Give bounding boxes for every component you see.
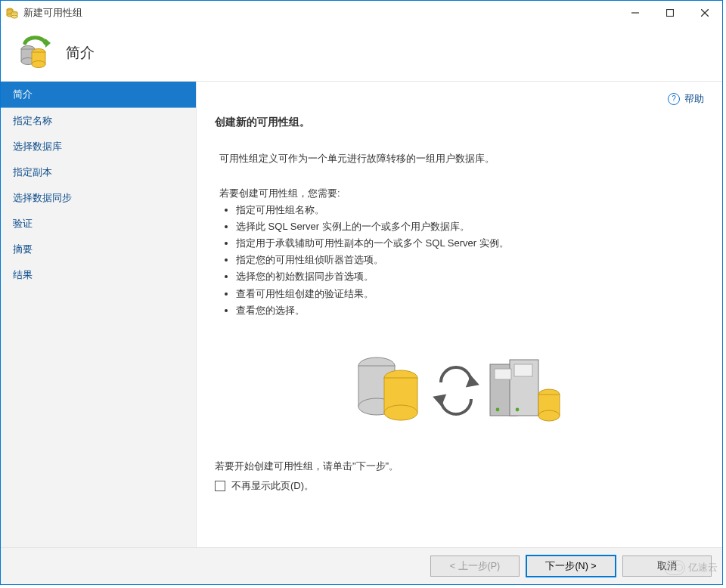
- body: 简介 指定名称 选择数据库 指定副本 选择数据同步 验证 摘要 结果 ? 帮助 …: [1, 82, 722, 547]
- window-controls: [618, 1, 722, 25]
- sidebar-item-validate[interactable]: 验证: [1, 211, 196, 237]
- sidebar-item-result[interactable]: 结果: [1, 262, 196, 288]
- help-link[interactable]: ? 帮助: [668, 92, 704, 106]
- sidebar-item-select-db[interactable]: 选择数据库: [1, 134, 196, 159]
- help-label: 帮助: [684, 92, 704, 106]
- svg-point-33: [538, 410, 560, 421]
- close-button[interactable]: [687, 1, 722, 25]
- svg-point-5: [11, 15, 17, 18]
- requirement-item: 指定用于承载辅助可用性副本的一个或多个 SQL Server 实例。: [236, 235, 704, 252]
- prev-button: < 上一步(P): [430, 556, 520, 577]
- requirement-item: 查看您的选择。: [236, 302, 704, 319]
- sidebar: 简介 指定名称 选择数据库 指定副本 选择数据同步 验证 摘要 结果: [1, 82, 197, 547]
- illustration: [339, 345, 581, 435]
- sidebar-item-specify-name[interactable]: 指定名称: [1, 108, 196, 134]
- page-heading: 简介: [66, 43, 95, 63]
- svg-marker-23: [468, 378, 476, 385]
- requirement-item: 选择您的初始数据同步首选项。: [236, 268, 704, 285]
- sidebar-item-data-sync[interactable]: 选择数据同步: [1, 185, 196, 211]
- header: 简介: [1, 25, 722, 82]
- dont-show-row: 不再显示此页(D)。: [215, 479, 704, 493]
- dont-show-checkbox[interactable]: [215, 481, 225, 491]
- help-icon: ?: [668, 93, 680, 105]
- requirement-item: 指定您的可用性组侦听器首选项。: [236, 252, 704, 268]
- svg-point-30: [515, 407, 519, 411]
- footer: < 上一步(P) 下一步(N) > 取消: [1, 547, 722, 584]
- requirement-item: 选择此 SQL Server 实例上的一个或多个用户数据库。: [236, 218, 704, 235]
- window-title: 新建可用性组: [23, 6, 82, 20]
- requirement-item: 指定可用性组名称。: [236, 202, 704, 218]
- svg-point-29: [495, 407, 499, 411]
- definition-text: 可用性组定义可作为一个单元进行故障转移的一组用户数据库。: [219, 150, 704, 167]
- content-heading: 创建新的可用性组。: [215, 116, 704, 129]
- need-title: 若要创建可用性组，您需要:: [219, 187, 704, 200]
- illustration-svg: [339, 345, 581, 435]
- header-icon: [16, 34, 52, 73]
- cancel-button[interactable]: 取消: [622, 556, 712, 577]
- next-button[interactable]: 下一步(N) >: [526, 555, 616, 577]
- app-icon: [5, 6, 19, 20]
- svg-marker-10: [45, 39, 51, 48]
- requirement-item: 查看可用性组创建的验证结果。: [236, 286, 704, 302]
- svg-rect-28: [495, 369, 511, 379]
- wizard-window: 新建可用性组: [0, 0, 723, 585]
- svg-point-16: [32, 60, 45, 67]
- svg-marker-24: [436, 396, 444, 404]
- sidebar-item-specify-replica[interactable]: 指定副本: [1, 159, 196, 185]
- maximize-button[interactable]: [653, 1, 687, 25]
- svg-rect-7: [667, 10, 674, 17]
- minimize-button[interactable]: [618, 1, 653, 25]
- titlebar: 新建可用性组: [1, 1, 722, 25]
- content: ? 帮助 创建新的可用性组。 可用性组定义可作为一个单元进行故障转移的一组用户数…: [197, 82, 722, 547]
- svg-point-22: [384, 405, 417, 420]
- requirements-list: 指定可用性组名称。 选择此 SQL Server 实例上的一个或多个用户数据库。…: [219, 202, 704, 319]
- dont-show-label: 不再显示此页(D)。: [231, 479, 314, 493]
- sidebar-item-intro[interactable]: 简介: [1, 82, 196, 108]
- svg-rect-27: [514, 364, 532, 376]
- start-instruction: 若要开始创建可用性组，请单击"下一步"。: [215, 460, 704, 473]
- sidebar-item-summary[interactable]: 摘要: [1, 237, 196, 262]
